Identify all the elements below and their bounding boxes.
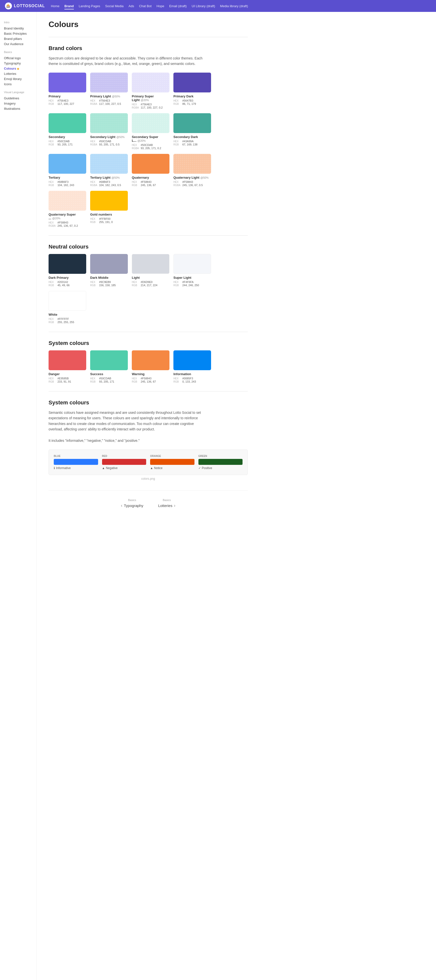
- next-arrow-icon: ›: [174, 503, 175, 508]
- color-card-white: White HEX#FFFFFF RGB255, 255, 255: [49, 291, 86, 324]
- divider-system-desc: [49, 391, 248, 391]
- color-card-secondary: Secondary HEX#50CDAB RGB93, 205, 171: [49, 113, 86, 150]
- brand-colors-title: Brand colors: [49, 45, 248, 51]
- system-bar-caption-blue: ℹ Informative: [54, 466, 98, 470]
- system-bar-caption-red: ▲ Negative: [102, 466, 146, 470]
- sidebar-item-illustrations[interactable]: Illustrations: [4, 106, 32, 111]
- color-name-super-light: Super Light: [173, 276, 211, 280]
- logo[interactable]: 🎰 LOTTOSOCIAL: [5, 3, 45, 10]
- colours-badge: [17, 68, 19, 70]
- informative-icon: ℹ: [54, 466, 55, 470]
- system-colours-desc-section: System colours Semantic colours have ass…: [49, 399, 248, 480]
- nav-ads[interactable]: Ads: [129, 3, 134, 9]
- color-card-success: Success HEX#50CDAB RGB93, 205, 171: [90, 350, 128, 383]
- nav-chat-bot[interactable]: Chat Bot: [139, 3, 151, 9]
- sidebar-section-basics: Basics: [4, 51, 32, 54]
- nav-landing-pages[interactable]: Landing Pages: [79, 3, 100, 9]
- neutral-colours-title: Neutral colours: [49, 243, 248, 250]
- sidebar-item-brand-identity[interactable]: Brand Identity: [4, 26, 32, 31]
- color-swatch-gold: [90, 191, 128, 211]
- sidebar-section-visual-language: Visual Language: [4, 91, 32, 94]
- nav-hope[interactable]: Hope: [157, 3, 164, 9]
- color-card-quaternary-light: Quaternary Light@50% HEX#F58843 RGBA245,…: [173, 154, 211, 187]
- neutral-color-grid: Dark Primary HEX#203142 RGB45, 49, 66 Da…: [49, 254, 248, 324]
- top-navigation: 🎰 LOTTOSOCIAL Home Brand Landing Pages S…: [0, 0, 436, 12]
- color-swatch-information: [173, 350, 211, 370]
- nav-links: Home Brand Landing Pages Social Media Ad…: [51, 4, 248, 8]
- nav-media-library[interactable]: Media library (draft): [220, 3, 248, 9]
- color-name-tertiary-light: Tertiary Light@50%: [90, 176, 128, 180]
- system-bar-blue: [54, 459, 98, 465]
- color-card-gold: Gold numbers HEX#FFBF00 RGB255, 191, 0: [90, 191, 128, 228]
- nav-home[interactable]: Home: [51, 3, 59, 9]
- color-card-secondary-superlight: Secondary Super L...@20% HEX#50CDAB RGBA…: [132, 113, 169, 150]
- color-name-secondary: Secondary: [49, 135, 86, 139]
- color-card-information: Information HEX#0085F3 RGB0, 133, 243: [173, 350, 211, 383]
- color-card-primary-superlight: Primary Super Light@20% HEX#7564E3 RGBA1…: [132, 73, 169, 109]
- sidebar-item-official-logo[interactable]: Official logo: [4, 56, 32, 61]
- color-card-primary-light: Primary Light@50% HEX#7564E3 RGBA117, 10…: [90, 73, 128, 109]
- color-swatch-quaternary: [132, 154, 169, 174]
- prev-arrow-icon: ‹: [121, 503, 123, 508]
- color-name-warning: Warning: [132, 372, 169, 376]
- notice-icon: ▲: [150, 466, 153, 470]
- pagination-prev[interactable]: Basics ‹ Typography: [121, 498, 143, 508]
- positive-icon: ✓: [199, 466, 201, 470]
- system-bar-red: [102, 459, 146, 465]
- system-colours-grid-section: System colours Danger HEX#E9585B RGB233,…: [49, 340, 248, 383]
- nav-email[interactable]: Email (draft): [169, 3, 187, 9]
- color-swatch-danger: [49, 350, 86, 370]
- divider-system: [49, 332, 248, 332]
- system-bar-orange: [150, 459, 194, 465]
- sidebar-item-emoji-library[interactable]: Emoji library: [4, 76, 32, 81]
- sidebar-item-brand-pillars[interactable]: Brand pillars: [4, 36, 32, 41]
- nav-ui-library[interactable]: UI Library (draft): [192, 3, 215, 9]
- pagination-prev-section: Basics: [128, 498, 136, 501]
- color-swatch-tertiary-light: [90, 154, 128, 174]
- color-swatch-white: [49, 291, 86, 311]
- color-swatch-dark-primary: [49, 254, 86, 274]
- color-name-primary-superlight: Primary Super Light@20%: [132, 94, 169, 102]
- system-color-grid: Danger HEX#E9585B RGB233, 91, 91 Success…: [49, 350, 248, 383]
- color-swatch-super-light: [173, 254, 211, 274]
- color-swatch-warning: [132, 350, 169, 370]
- sidebar-item-guidelines[interactable]: Guidelines: [4, 95, 32, 101]
- logo-icon: 🎰: [5, 3, 12, 10]
- color-name-quaternary-superlight: Quaternary Super ...@20%: [49, 213, 86, 220]
- sidebar-item-typography[interactable]: Typography: [4, 61, 32, 66]
- pagination-next[interactable]: Basics Lotteries ›: [158, 498, 175, 508]
- sidebar-item-colours[interactable]: Colours: [4, 66, 32, 71]
- system-bar-label-red: RED: [102, 455, 146, 457]
- color-name-quaternary-light: Quaternary Light@50%: [173, 176, 211, 180]
- color-swatch-primary-light: [90, 73, 128, 92]
- page-layout: Intro Brand Identity Basic Principles Br…: [0, 12, 436, 980]
- sidebar-item-basic-principles[interactable]: Basic Principles: [4, 31, 32, 36]
- pagination-next-section: Basics: [163, 498, 171, 501]
- color-swatch-quaternary-light: [173, 154, 211, 174]
- color-card-tertiary-light: Tertiary Light@50% HEX#68B6F3 RGBA104, 1…: [90, 154, 128, 187]
- color-swatch-primary-dark: [173, 73, 211, 92]
- system-bar-label-orange: ORANGE: [150, 455, 194, 457]
- image-caption: colors.png: [49, 477, 248, 480]
- nav-social-media[interactable]: Social Media: [105, 3, 123, 9]
- color-card-warning: Warning HEX#F58843 RGB245, 136, 67: [132, 350, 169, 383]
- sidebar-item-lotteries[interactable]: Lotteries: [4, 71, 32, 76]
- system-bar-caption-green: ✓ Positive: [199, 466, 243, 470]
- color-swatch-primary: [49, 73, 86, 92]
- color-swatch-light: [132, 254, 169, 274]
- logo-text: LOTTOSOCIAL: [14, 4, 45, 8]
- color-swatch-success: [90, 350, 128, 370]
- nav-brand[interactable]: Brand: [64, 3, 74, 10]
- color-card-primary: Primary HEX#7564E3 RGB117, 100, 227: [49, 73, 86, 109]
- color-swatch-dark-middle: [90, 254, 128, 274]
- color-name-gold: Gold numbers: [90, 213, 128, 216]
- sidebar-item-our-audience[interactable]: Our Audience: [4, 41, 32, 46]
- sidebar-item-imagery[interactable]: Imagery: [4, 101, 32, 106]
- color-swatch-secondary-superlight: [132, 113, 169, 133]
- system-bar-group-orange: ORANGE ▲ Notice: [150, 455, 194, 470]
- negative-icon: ▲: [102, 466, 105, 470]
- system-bar-group-green: GREEN ✓ Positive: [199, 455, 243, 470]
- color-card-secondary-dark: Secondary Dark HEX#43A99A RGB67, 169, 13…: [173, 113, 211, 150]
- sidebar-item-icons[interactable]: Icons: [4, 81, 32, 87]
- color-name-quaternary: Quaternary: [132, 176, 169, 180]
